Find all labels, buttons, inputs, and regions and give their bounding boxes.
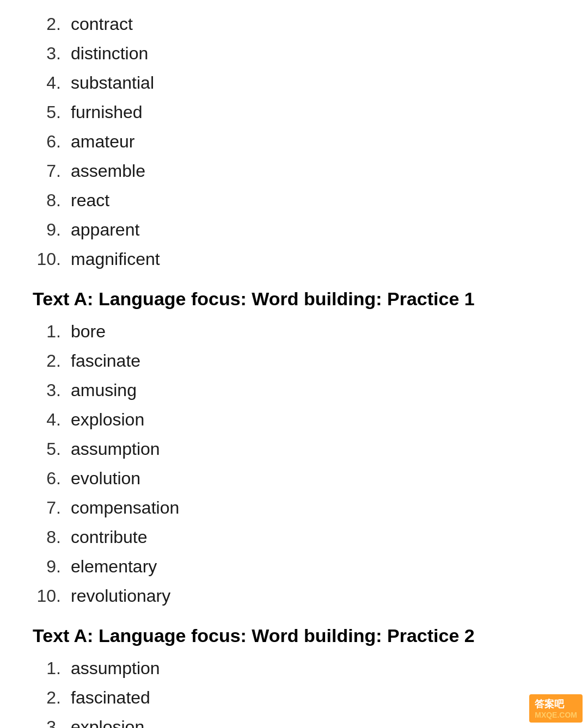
list-item: 3. explosion <box>33 714 555 728</box>
item-number: 7. <box>33 158 71 184</box>
item-number: 4. <box>33 70 71 96</box>
list-item: 9. apparent <box>33 217 555 243</box>
item-number: 1. <box>33 655 71 681</box>
list-item: 8. contribute <box>33 524 555 550</box>
item-number: 5. <box>33 436 71 462</box>
watermark-line1: 答案吧 <box>535 698 577 711</box>
item-word: assumption <box>71 655 160 681</box>
item-number: 2. <box>33 348 71 374</box>
item-number: 4. <box>33 406 71 433</box>
item-number: 8. <box>33 524 71 550</box>
list-item: 7. assemble <box>33 158 555 184</box>
section-2-heading: Text A: Language focus: Word building: P… <box>33 288 555 310</box>
list-item: 4. substantial <box>33 70 555 96</box>
list-item: 4. explosion <box>33 406 555 433</box>
item-number: 3. <box>33 377 71 403</box>
list-item: 10. revolutionary <box>33 583 555 609</box>
item-number: 3. <box>33 40 71 66</box>
item-word: furnished <box>71 99 143 125</box>
item-word: assumption <box>71 436 160 462</box>
watermark: 答案吧 MXQE.COM <box>529 694 583 723</box>
item-word: contribute <box>71 524 148 550</box>
list-item: 1. assumption <box>33 655 555 681</box>
item-number: 8. <box>33 187 71 213</box>
item-number: 10. <box>33 246 71 272</box>
list-item: 8. react <box>33 187 555 213</box>
item-word: compensation <box>71 495 179 521</box>
list-item: 6. amateur <box>33 128 555 155</box>
list-item: 10. magnificent <box>33 246 555 272</box>
list-item: 9. elementary <box>33 553 555 579</box>
list-item: 7. compensation <box>33 495 555 521</box>
item-word: assemble <box>71 158 145 184</box>
list-item: 5. assumption <box>33 436 555 462</box>
item-number: 9. <box>33 553 71 579</box>
item-word: fascinate <box>71 348 140 374</box>
item-word: revolutionary <box>71 583 170 609</box>
item-number: 10. <box>33 583 71 609</box>
item-number: 5. <box>33 99 71 125</box>
list-item: 1. bore <box>33 318 555 344</box>
section-3: 1. assumption 2. fascinated 3. explosion… <box>33 655 555 728</box>
item-number: 3. <box>33 714 71 728</box>
item-number: 9. <box>33 217 71 243</box>
section-1: 2. contract 3. distinction 4. substantia… <box>33 11 555 272</box>
item-word: amusing <box>71 377 137 403</box>
item-word: evolution <box>71 465 140 491</box>
list-item: 3. distinction <box>33 40 555 66</box>
item-word: substantial <box>71 70 154 96</box>
list-item: 2. fascinated <box>33 684 555 711</box>
item-word: react <box>71 187 109 213</box>
item-word: elementary <box>71 553 157 579</box>
item-word: distinction <box>71 40 148 66</box>
item-number: 7. <box>33 495 71 521</box>
section-3-heading: Text A: Language focus: Word building: P… <box>33 625 555 646</box>
item-number: 6. <box>33 465 71 491</box>
item-number: 2. <box>33 11 71 37</box>
item-word: amateur <box>71 128 134 155</box>
item-word: contract <box>71 11 133 37</box>
item-word: fascinated <box>71 684 150 711</box>
item-word: magnificent <box>71 246 160 272</box>
list-item: 5. furnished <box>33 99 555 125</box>
item-word: apparent <box>71 217 139 243</box>
item-number: 1. <box>33 318 71 344</box>
item-word: bore <box>71 318 106 344</box>
list-item: 2. contract <box>33 11 555 37</box>
section-2: 1. bore 2. fascinate 3. amusing 4. explo… <box>33 318 555 609</box>
item-number: 2. <box>33 684 71 711</box>
watermark-line2: MXQE.COM <box>535 711 577 719</box>
item-number: 6. <box>33 128 71 155</box>
list-item: 3. amusing <box>33 377 555 403</box>
list-item: 6. evolution <box>33 465 555 491</box>
list-item: 2. fascinate <box>33 348 555 374</box>
item-word: explosion <box>71 714 144 728</box>
item-word: explosion <box>71 406 144 433</box>
